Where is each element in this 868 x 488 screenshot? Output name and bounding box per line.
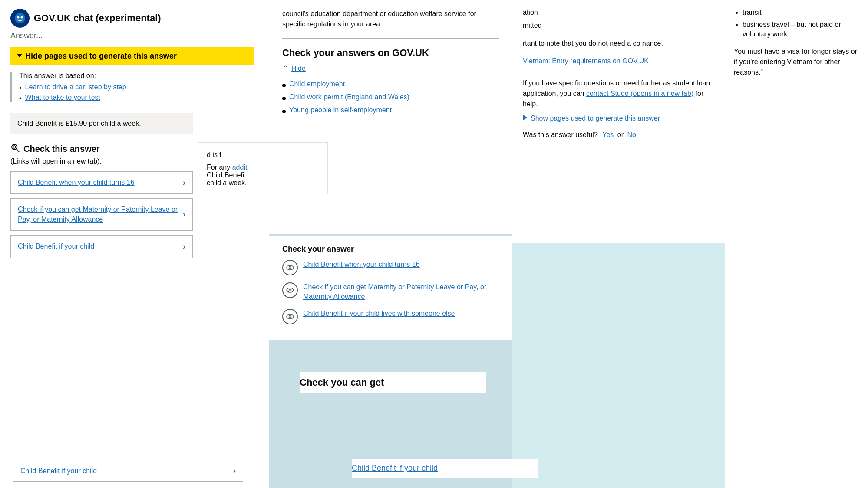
eye-icon-3 <box>282 309 298 324</box>
child-benefit-panel3-bottom: Child Benefit if your child <box>352 459 538 478</box>
svg-point-9 <box>289 267 291 269</box>
no-link[interactable]: No <box>627 131 636 138</box>
floating-benefit-card: d is f For any addit Child Benefi child … <box>198 142 328 194</box>
source-link-2[interactable]: What to take to your test <box>25 94 100 102</box>
svg-line-16 <box>288 318 289 319</box>
svg-line-13 <box>288 291 289 292</box>
chat-header: GOV.UK chat (experimental) <box>10 9 259 28</box>
for-any-label: For any addit <box>207 164 247 171</box>
check-answers-list: Child employment Child work permit (Engl… <box>282 80 499 114</box>
bullet-icon-2 <box>282 97 286 100</box>
council-panel: council's education department or educat… <box>269 0 512 234</box>
contact-student-link[interactable]: contact Stude (opens in a new tab) <box>586 90 693 97</box>
rtant-text: rtant to note that you do not need a co … <box>523 38 715 49</box>
svg-line-7 <box>13 146 14 147</box>
bullet-icon: • <box>19 84 22 92</box>
visa-text: You must have a visa for longer stays or… <box>734 46 859 78</box>
svg-point-11 <box>287 288 294 292</box>
source-link-item: • Learn to drive a car: step by step <box>19 83 259 92</box>
child-week-partial: child a week. <box>207 179 319 187</box>
check-link-card-2[interactable]: Check if you can get Maternity or Patern… <box>10 198 193 231</box>
hide-pages-button[interactable]: Hide pages used to generate this answer <box>10 47 254 65</box>
check-item-link-3[interactable]: Child Benefit if your child lives with s… <box>303 309 455 318</box>
triangle-down-icon <box>17 52 23 61</box>
triangle-right-icon <box>523 115 527 122</box>
child-week-text: child a week. <box>207 179 247 187</box>
chevron-right-icon-3: › <box>183 242 185 251</box>
answer-based-text: This answer is based on: <box>19 72 259 80</box>
mitted-text: mitted <box>523 22 715 29</box>
check-get-area: Check you can get <box>300 372 486 393</box>
yes-link[interactable]: Yes <box>602 131 614 138</box>
source-links-list: • Learn to drive a car: step by step • W… <box>19 83 259 102</box>
check-item-link-1[interactable]: Child Benefit when your child turns 16 <box>303 260 420 269</box>
bottom-chevron-1: › <box>233 466 236 475</box>
check-link-2[interactable]: Check if you can get Maternity or Patern… <box>18 205 183 224</box>
answer-based-section: This answer is based on: • Learn to driv… <box>10 72 259 102</box>
chat-logo-icon <box>10 9 30 28</box>
child-benefit-partial: Child Benefi <box>207 171 319 179</box>
chat-panel: GOV.UK chat (experimental) Answer... Hid… <box>0 0 269 488</box>
chevron-up-icon: ⌃ <box>282 64 289 73</box>
check-link-card-3[interactable]: Child Benefit if your child › <box>10 235 193 258</box>
show-pages-button[interactable]: Show pages used to generate this answer <box>523 115 660 122</box>
info-box: Child Benefit is £15.90 per child a week… <box>10 113 193 134</box>
mid-panel-bg: council's education department or educat… <box>269 0 512 488</box>
transit-item-1: transit <box>743 9 859 16</box>
vietnam-link[interactable]: Vietnam: Entry requirements on GOV.UK <box>523 57 715 65</box>
check-item-3: Child Benefit if your child lives with s… <box>282 309 499 324</box>
svg-point-1 <box>17 16 20 19</box>
child-work-permit-link[interactable]: Child work permit (England and Wales) <box>289 93 409 101</box>
transit-item-2: business travel – but not paid or volunt… <box>743 20 859 39</box>
young-people-link[interactable]: Young people in self-employment <box>289 106 392 114</box>
bottom-link-1[interactable]: Child Benefit if your child <box>20 467 97 475</box>
svg-point-2 <box>21 16 23 19</box>
hide-label[interactable]: Hide <box>291 65 306 72</box>
check-you-can-get-title: Check you can get <box>300 377 486 389</box>
check-your-answer-section-title: Check your answer <box>282 245 499 254</box>
additional-text-1: d is f <box>207 151 221 158</box>
child-employment-link[interactable]: Child employment <box>289 80 345 88</box>
info-box-text: Child Benefit is £15.90 per child a week… <box>17 120 141 127</box>
svg-point-6 <box>13 146 16 148</box>
show-pages-label: Show pages used to generate this answer <box>531 115 660 122</box>
hide-toggle[interactable]: ⌃ Hide <box>282 64 499 73</box>
svg-marker-17 <box>523 115 527 121</box>
check-item-2: Check if you can get Maternity or Patern… <box>282 282 499 302</box>
check-link-3[interactable]: Child Benefit if your child <box>18 242 94 251</box>
vietnam-panel: ation mitted rtant to note that you do n… <box>512 0 725 243</box>
chevron-right-icon-1: › <box>183 178 185 187</box>
svg-point-8 <box>287 265 294 270</box>
eye-icon-2 <box>282 282 298 298</box>
addit-link[interactable]: addit <box>232 164 248 171</box>
for-any-text: For any addit <box>207 164 319 171</box>
check-answers-title: Check your answers on GOV.UK <box>282 47 499 59</box>
specific-questions-text: If you have specific questions or need f… <box>523 78 715 109</box>
check-link-card-1[interactable]: Child Benefit when your child turns 16 › <box>10 171 193 194</box>
eye-icon-1 <box>282 260 298 275</box>
list-item-2: Child work permit (England and Wales) <box>282 93 499 101</box>
svg-point-0 <box>15 13 25 23</box>
check-answer-title: Check this answer <box>23 144 100 154</box>
source-link-1[interactable]: Learn to drive a car: step by step <box>25 83 126 91</box>
check-link-1[interactable]: Child Benefit when your child turns 16 <box>18 178 135 187</box>
divider <box>282 38 499 39</box>
floating-card-text: d is f <box>207 150 319 160</box>
council-text: council's education department or educat… <box>282 9 499 29</box>
svg-point-4 <box>12 144 17 150</box>
check-item-1: Child Benefit when your child turns 16 <box>282 260 499 275</box>
magnify-icon <box>10 143 20 155</box>
rightmost-list: transit business travel – but not paid o… <box>734 9 859 39</box>
check-item-link-2[interactable]: Check if you can get Maternity or Patern… <box>303 282 499 302</box>
svg-point-15 <box>289 315 291 318</box>
child-benefit-link-panel3[interactable]: Child Benefit if your child <box>352 463 538 473</box>
svg-line-5 <box>17 149 19 152</box>
hide-pages-label: Hide pages used to generate this answer <box>25 52 177 61</box>
check-your-answer-panel: Check your answer Child Benefit when you… <box>269 236 512 340</box>
bullet-icon: • <box>19 95 22 102</box>
bottom-card-1[interactable]: Child Benefit if your child › <box>13 460 243 482</box>
bullet-icon-1 <box>282 84 286 87</box>
ation-text: ation <box>523 9 715 16</box>
list-item-1: Child employment <box>282 80 499 88</box>
svg-line-10 <box>288 269 289 270</box>
